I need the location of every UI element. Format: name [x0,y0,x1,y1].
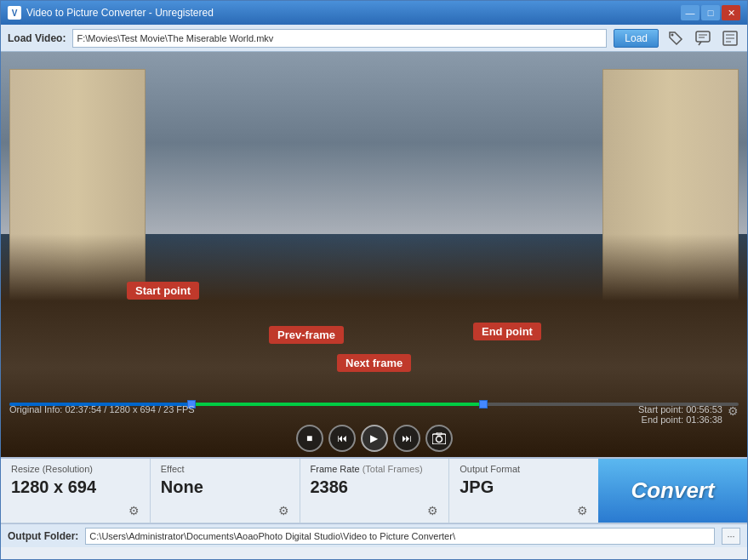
file-path-input[interactable] [72,29,607,48]
toolbar: Load Video: Load [1,25,747,52]
output-path-display: C:\Users\Administrator\Documents\AoaoPho… [85,528,715,545]
resize-value: 1280 x 694 [11,477,140,497]
start-point-info: Start point: 00:56:53 [638,404,722,414]
tag-button[interactable] [665,28,686,49]
tag-icon [668,31,683,46]
framerate-block: Frame Rate (Total Frames) 2386 ⚙ [300,459,450,523]
convert-block[interactable]: Convert [598,459,747,523]
video-frame: Start point Prev-frame Next frame End po… [1,52,747,457]
list-icon [722,31,738,46]
info-bar: Original Info: 02:37:54 / 1280 x 694 / 2… [9,404,739,425]
close-button[interactable]: ✕ [722,5,740,20]
output-browse-button[interactable]: ··· [722,528,740,545]
framerate-gear[interactable]: ⚙ [427,504,438,517]
end-point-annotation: End point [473,323,541,340]
screenshot-button[interactable] [425,425,453,452]
end-point-info: End point: 01:36:38 [638,414,722,425]
time-settings-gear[interactable]: ⚙ [728,404,739,418]
output-path-text: C:\Users\Administrator\Documents\AoaoPho… [89,531,455,541]
play-button[interactable]: ▶ [361,425,388,452]
original-info: Original Info: 02:37:54 / 1280 x 694 / 2… [9,404,195,414]
output-format-gear[interactable]: ⚙ [577,504,588,517]
bottom-panel: Resize (Resolution) 1280 x 694 ⚙ Effect … [1,457,747,559]
output-bar: Output Folder: C:\Users\Administrator\Do… [1,523,747,547]
list-button[interactable] [720,28,740,49]
skip-back-button[interactable]: ⏮ [328,425,356,452]
comment-button[interactable] [693,28,713,49]
output-format-value: JPG [460,477,588,497]
load-video-label: Load Video: [8,32,66,44]
stop-button[interactable]: ■ [296,425,323,452]
load-button[interactable]: Load [614,29,659,48]
framerate-value: 2386 [311,477,439,497]
convert-button[interactable]: Convert [631,477,714,504]
effect-value: None [161,477,289,497]
output-format-title: Output Format [460,464,588,474]
svg-point-13 [436,437,442,443]
svg-point-0 [671,33,674,36]
window-title: Video to Picture Converter - Unregistere… [26,7,676,19]
prev-frame-annotation: Prev-frame [269,326,344,344]
camera-icon [432,432,446,444]
svg-rect-1 [696,31,710,42]
main-window: V Video to Picture Converter - Unregiste… [0,0,748,560]
start-point-annotation: Start point [127,282,199,300]
framerate-title: Frame Rate (Total Frames) [311,464,439,474]
title-bar: V Video to Picture Converter - Unregiste… [1,1,747,25]
app-icon: V [8,6,21,20]
comment-icon [695,31,711,46]
effect-block: Effect None ⚙ [151,459,300,523]
resize-gear[interactable]: ⚙ [128,504,140,517]
maximize-button[interactable]: □ [701,5,720,20]
effect-title: Effect [161,464,289,474]
skip-forward-button[interactable]: ⏭ [393,425,420,452]
playback-controls: ■ ⏮ ▶ ⏭ [296,425,453,452]
settings-row: Resize (Resolution) 1280 x 694 ⚙ Effect … [1,459,747,523]
effect-gear[interactable]: ⚙ [278,504,289,517]
output-folder-label: Output Folder: [8,530,78,542]
video-area: Start point Prev-frame Next frame End po… [1,52,747,457]
resize-title: Resize (Resolution) [11,464,140,474]
title-controls: — □ ✕ [681,5,740,20]
next-frame-annotation: Next frame [337,354,411,372]
minimize-button[interactable]: — [681,5,699,20]
output-format-block: Output Format JPG ⚙ [449,459,598,523]
resize-block: Resize (Resolution) 1280 x 694 ⚙ [1,459,151,523]
